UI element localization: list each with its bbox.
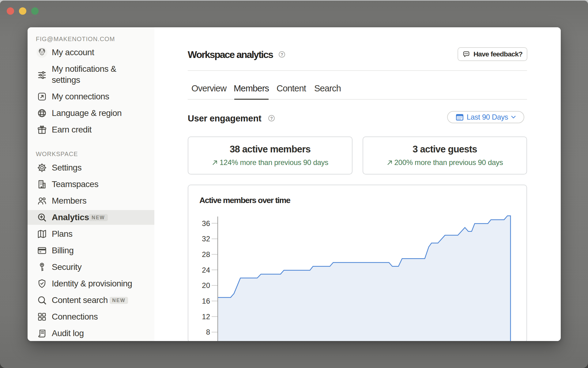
svg-text:32: 32 xyxy=(202,235,210,243)
svg-text:20: 20 xyxy=(202,281,210,289)
svg-text:24: 24 xyxy=(202,266,210,274)
svg-text:16: 16 xyxy=(202,297,210,305)
svg-text:36: 36 xyxy=(202,219,210,228)
svg-text:28: 28 xyxy=(202,250,210,259)
svg-text:12: 12 xyxy=(202,312,210,321)
svg-text:8: 8 xyxy=(206,328,210,336)
